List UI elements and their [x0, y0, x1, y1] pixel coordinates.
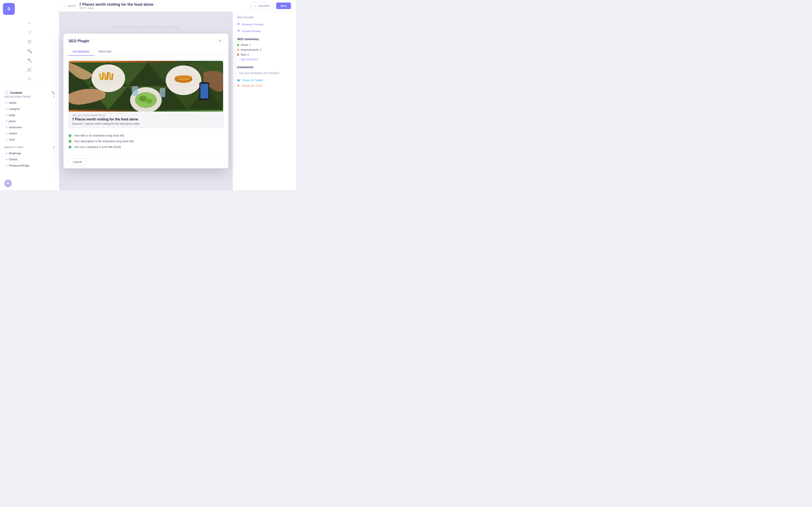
- nav-dot: [6, 102, 7, 104]
- tab-twitter[interactable]: TWITTER: [94, 48, 116, 56]
- nav-dot: [6, 114, 7, 116]
- sidebar-item-category[interactable]: category: [0, 106, 59, 112]
- nav-dot: [6, 133, 7, 134]
- back-button[interactable]: ← BACK: [64, 4, 76, 7]
- modal-overlay: SEO Plugin ✕ FACEBOOK TWITTER: [59, 12, 233, 190]
- svg-rect-26: [160, 88, 165, 97]
- check-icon: ✓: [254, 4, 256, 7]
- sidebar-content-label: Content: [10, 91, 22, 95]
- browser-preview-link[interactable]: 👁 Browser Preview: [237, 22, 292, 26]
- topbar-actions: ✓ Unpublish Save: [251, 2, 291, 9]
- modal-close-button[interactable]: ✕: [216, 38, 223, 45]
- fb-card-info: URL-OF-YOUR-WEBSITE.IO 7 Places worth vi…: [69, 112, 223, 128]
- sidebar-expand-chevron[interactable]: ›: [54, 182, 55, 185]
- validation-dot-good-3: [68, 146, 71, 149]
- comments-title: Comments: [237, 65, 292, 69]
- fb-card-title: 7 Places worth visiting for the food alo…: [72, 117, 220, 121]
- fb-card-image: [69, 61, 223, 112]
- sidebar-item-user[interactable]: User: [0, 136, 59, 143]
- sidebar-icon-search[interactable]: 🔍: [26, 47, 34, 55]
- page-title: 7 Places worth visiting for the food alo…: [79, 2, 247, 7]
- nav-dot: [6, 139, 7, 140]
- eye-icon: 👁: [237, 22, 241, 26]
- modal-title: SEO Plugin: [68, 39, 89, 43]
- sidebar-item-restaurant[interactable]: restaurant: [0, 124, 59, 130]
- sidebar-item-global[interactable]: Global: [0, 156, 59, 162]
- nav-dot: [6, 159, 7, 160]
- sidebar-icon-media[interactable]: 🖼: [26, 38, 34, 46]
- eye-icon-2: 👁: [237, 29, 241, 33]
- app-logo[interactable]: S: [3, 3, 15, 15]
- sidebar-search-icon[interactable]: 🔍: [51, 91, 55, 95]
- validation-item-title: Your title is 42 characters long (max 60…: [68, 134, 223, 137]
- validation-dot-good-2: [68, 140, 71, 143]
- sidebar: S ✏ ☰ 🖼 🔍 🔧 🛒 ⚙ 📄 Content 🔍 COLLECTION T…: [0, 0, 59, 190]
- svg-point-21: [175, 75, 192, 79]
- svg-rect-28: [200, 84, 208, 99]
- seo-summary-title: SEO Summary: [237, 37, 292, 41]
- fb-card-domain: URL-OF-YOUR-WEBSITE.IO: [72, 114, 220, 117]
- right-panel-title: SEO PLUGIN: [237, 16, 292, 18]
- svg-point-9: [92, 64, 125, 92]
- seo-bad-dot: [237, 54, 239, 56]
- sidebar-nav: 📄 Content 🔍 COLLECTION TYPES 7 article c…: [0, 86, 59, 177]
- sidebar-icon-edit[interactable]: ✏: [26, 19, 34, 27]
- seo-improve-dot: [237, 49, 239, 51]
- sidebar-icon-plugin[interactable]: 🔧: [26, 56, 34, 65]
- validation-item-description: Your description is 56 characters long (…: [68, 139, 223, 143]
- food-image-svg: [69, 61, 223, 112]
- validation-dot-good: [68, 134, 71, 137]
- sidebar-item-article[interactable]: article: [0, 100, 59, 106]
- nav-dot: [6, 127, 7, 128]
- modal-footer: Cancel: [63, 155, 229, 168]
- seo-item-bad: Bad: 0: [237, 53, 292, 56]
- facebook-preview-card: URL-OF-YOUR-WEBSITE.IO 7 Places worth vi…: [68, 61, 223, 128]
- sidebar-icon-cart[interactable]: 🛒: [26, 65, 34, 74]
- share-twitter-link[interactable]: 🐦 Share on Twitter: [237, 78, 292, 82]
- fb-card-description: Discover 7 places worth visiting for the…: [72, 122, 220, 125]
- arrow-right-icon: →: [237, 58, 240, 61]
- sidebar-item-place[interactable]: place: [0, 118, 59, 124]
- sidebar-bottom: Me ›: [0, 177, 59, 190]
- sidebar-single-types-label: SINGLE TYPES 3: [0, 146, 59, 150]
- modal-body: URL-OF-YOUR-WEBSITE.IO 7 Places worth vi…: [63, 56, 229, 155]
- svg-rect-25: [132, 86, 138, 96]
- seo-item-good: Good: 7: [237, 43, 292, 47]
- trash-icon: 🗑: [237, 84, 240, 87]
- sidebar-item-review[interactable]: review: [0, 130, 59, 136]
- user-avatar[interactable]: Me: [4, 180, 12, 187]
- topbar-title-block: 7 Places worth visiting for the food alo…: [79, 2, 247, 9]
- sidebar-item-blogpage[interactable]: BlogPage: [0, 150, 59, 156]
- svg-point-24: [145, 99, 152, 104]
- tab-facebook[interactable]: FACEBOOK: [68, 48, 94, 56]
- back-arrow-icon: ←: [64, 4, 67, 7]
- unpublish-button[interactable]: ✓ Unpublish: [251, 2, 273, 9]
- sidebar-collection-types-label: COLLECTION TYPES 7: [0, 96, 59, 100]
- nav-dot: [6, 108, 7, 110]
- modal-tabs: FACEBOOK TWITTER: [63, 48, 229, 56]
- save-button[interactable]: Save: [276, 3, 291, 9]
- seo-item-improve: Improvements: 3: [237, 48, 292, 51]
- social-preview-link[interactable]: 👁 Social Preview: [237, 29, 292, 33]
- seo-plugin-modal: SEO Plugin ✕ FACEBOOK TWITTER: [63, 34, 229, 169]
- sidebar-item-restaurantpage[interactable]: RestaurantPage: [0, 162, 59, 169]
- seo-good-dot: [237, 44, 239, 46]
- sidebar-item-page[interactable]: page: [0, 112, 59, 118]
- nav-dot: [6, 165, 7, 166]
- sidebar-icon-list[interactable]: ☰: [26, 28, 34, 37]
- sidebar-icon-group: ✏ ☰ 🖼 🔍 🔧 🛒 ⚙: [0, 15, 59, 86]
- nav-dot: [6, 121, 7, 122]
- sidebar-content-icon: 📄: [4, 91, 8, 95]
- validation-item-keyword: You use 1 keyword in your title (food): [68, 145, 223, 149]
- nav-dot: [6, 153, 7, 154]
- api-id-label: API ID : article: [79, 7, 247, 9]
- cancel-button[interactable]: Cancel: [68, 158, 86, 165]
- comment-text: – Can you schedule it for monday?: [237, 71, 292, 75]
- delete-entry-link[interactable]: 🗑 Delete this entry: [237, 84, 292, 87]
- twitter-icon: 🐦: [237, 78, 241, 82]
- right-panel: SEO PLUGIN 👁 Browser Preview 👁 Social Pr…: [233, 12, 296, 190]
- topbar: ← BACK 7 Places worth visiting for the f…: [59, 0, 296, 12]
- see-details-link[interactable]: → SEE DETAILS: [237, 58, 292, 61]
- modal-header: SEO Plugin ✕: [63, 34, 229, 45]
- sidebar-icon-settings[interactable]: ⚙: [26, 75, 34, 83]
